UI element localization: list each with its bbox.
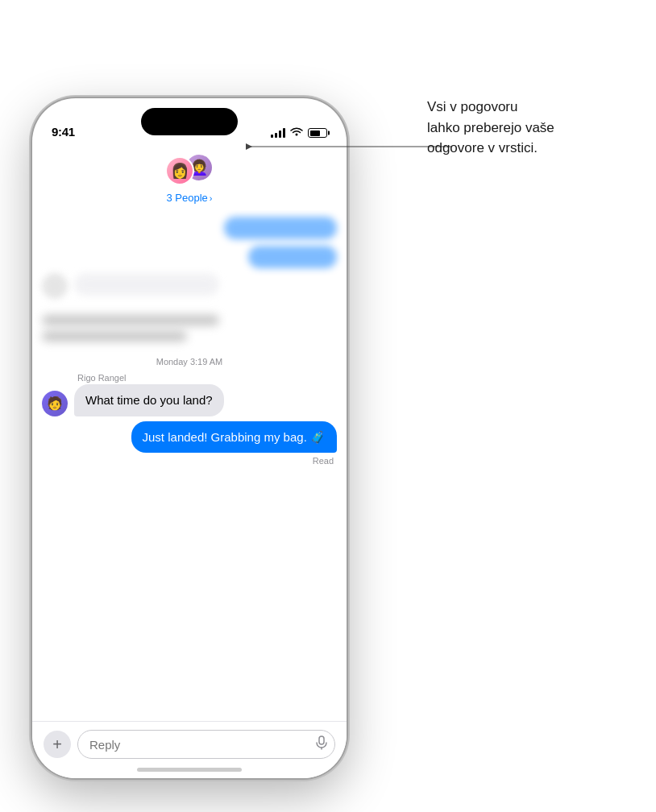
blurred-top-messages	[42, 217, 337, 305]
svg-rect-0	[319, 736, 324, 744]
read-receipt: Read	[42, 456, 334, 466]
signal-bars-icon	[271, 128, 285, 138]
messages-area: Monday 3:19 AM Rigo Rangel 🧑 What time d…	[32, 210, 347, 721]
battery-icon	[308, 128, 327, 138]
blurred-text-block	[42, 315, 337, 357]
input-wrapper[interactable]	[77, 730, 335, 759]
home-indicator	[137, 768, 242, 772]
received-bubble: What time do you land?	[74, 384, 224, 416]
mic-icon	[316, 735, 327, 753]
received-message-row: 🧑 What time do you land?	[42, 384, 337, 416]
chat-header[interactable]: 👩 👩‍🦱 3 People ›	[32, 145, 347, 210]
status-time: 9:41	[52, 125, 75, 139]
timestamp: Monday 3:19 AM	[42, 357, 337, 367]
sent-message-row: Just landed! Grabbing my bag. 🧳	[42, 421, 337, 454]
avatar-1: 👩	[165, 156, 194, 185]
sent-bubble: Just landed! Grabbing my bag. 🧳	[131, 421, 337, 454]
status-icons	[271, 127, 327, 139]
reply-input[interactable]	[77, 730, 335, 759]
sender-avatar: 🧑	[42, 391, 68, 416]
plus-button[interactable]: +	[44, 731, 71, 758]
dynamic-island	[141, 108, 238, 135]
phone-frame: 9:41	[32, 98, 347, 778]
annotation-text: Vsi v pogovoru lahko preberejo vaše odgo…	[427, 97, 554, 159]
chevron-icon: ›	[210, 193, 213, 203]
wifi-icon	[290, 127, 303, 139]
screen-content: 👩 👩‍🦱 3 People ›	[32, 145, 347, 778]
avatars-group: 👩 👩‍🦱	[165, 153, 214, 188]
group-name[interactable]: 3 People ›	[167, 192, 213, 204]
sender-name: Rigo Rangel	[77, 373, 337, 383]
